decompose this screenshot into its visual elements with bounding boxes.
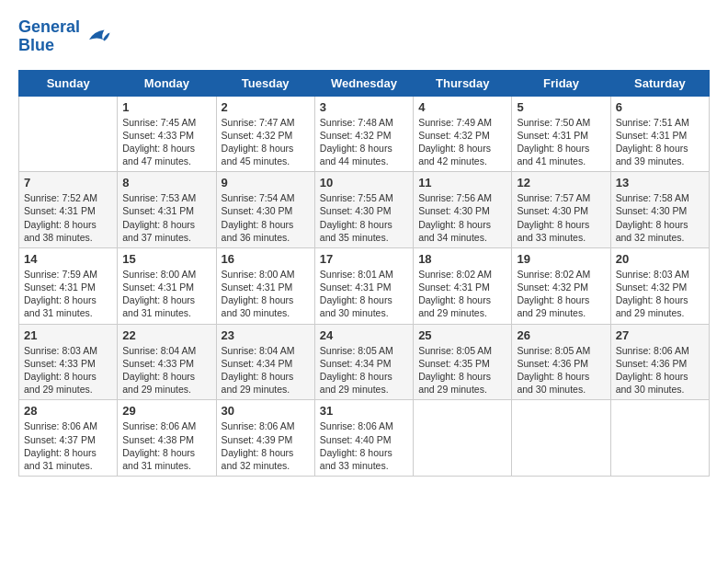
calendar-cell: 18Sunrise: 8:02 AM Sunset: 4:31 PM Dayli… — [414, 247, 512, 324]
day-info: Sunrise: 8:06 AM Sunset: 4:40 PM Dayligh… — [320, 419, 408, 472]
calendar-header: SundayMondayTuesdayWednesdayThursdayFrid… — [19, 70, 710, 96]
day-number: 7 — [24, 176, 112, 190]
calendar-cell: 12Sunrise: 7:57 AM Sunset: 4:30 PM Dayli… — [512, 172, 610, 248]
calendar-week-4: 21Sunrise: 8:03 AM Sunset: 4:33 PM Dayli… — [19, 324, 710, 400]
day-info: Sunrise: 8:05 AM Sunset: 4:35 PM Dayligh… — [418, 344, 506, 396]
day-info: Sunrise: 8:03 AM Sunset: 4:33 PM Dayligh… — [24, 344, 112, 396]
calendar-cell: 20Sunrise: 8:03 AM Sunset: 4:32 PM Dayli… — [610, 247, 709, 324]
calendar-cell: 25Sunrise: 8:05 AM Sunset: 4:35 PM Dayli… — [414, 324, 512, 400]
calendar-cell — [512, 400, 610, 477]
logo-blue: Blue — [18, 37, 80, 55]
weekday-row: SundayMondayTuesdayWednesdayThursdayFrid… — [19, 70, 710, 96]
logo-text: General Blue — [18, 18, 80, 55]
weekday-header-wednesday: Wednesday — [314, 70, 413, 96]
calendar-cell: 21Sunrise: 8:03 AM Sunset: 4:33 PM Dayli… — [19, 324, 118, 400]
day-info: Sunrise: 8:00 AM Sunset: 4:31 PM Dayligh… — [222, 268, 310, 320]
calendar-cell: 6Sunrise: 7:51 AM Sunset: 4:31 PM Daylig… — [610, 96, 709, 172]
day-info: Sunrise: 8:01 AM Sunset: 4:31 PM Dayligh… — [320, 268, 408, 320]
day-info: Sunrise: 8:00 AM Sunset: 4:31 PM Dayligh… — [122, 268, 210, 320]
day-info: Sunrise: 8:05 AM Sunset: 4:36 PM Dayligh… — [517, 344, 605, 396]
day-number: 5 — [517, 100, 605, 114]
day-info: Sunrise: 7:55 AM Sunset: 4:30 PM Dayligh… — [320, 191, 408, 244]
calendar-body: 1Sunrise: 7:45 AM Sunset: 4:33 PM Daylig… — [19, 96, 710, 476]
logo-general: General — [18, 17, 80, 36]
day-info: Sunrise: 7:56 AM Sunset: 4:30 PM Dayligh… — [418, 191, 506, 244]
calendar-cell: 11Sunrise: 7:56 AM Sunset: 4:30 PM Dayli… — [414, 172, 512, 248]
day-number: 16 — [222, 252, 310, 266]
day-number: 19 — [517, 252, 605, 266]
calendar-cell: 29Sunrise: 8:06 AM Sunset: 4:38 PM Dayli… — [118, 400, 216, 477]
day-number: 20 — [616, 252, 704, 266]
weekday-header-friday: Friday — [512, 70, 610, 96]
day-number: 24 — [320, 328, 408, 342]
calendar-cell: 14Sunrise: 7:59 AM Sunset: 4:31 PM Dayli… — [19, 247, 118, 324]
calendar-cell — [414, 400, 512, 477]
day-number: 29 — [122, 404, 210, 418]
day-info: Sunrise: 7:48 AM Sunset: 4:32 PM Dayligh… — [320, 116, 408, 168]
day-info: Sunrise: 8:05 AM Sunset: 4:34 PM Dayligh… — [320, 344, 408, 396]
day-info: Sunrise: 8:06 AM Sunset: 4:38 PM Dayligh… — [122, 419, 210, 472]
calendar-cell: 19Sunrise: 8:02 AM Sunset: 4:32 PM Dayli… — [512, 247, 610, 324]
day-info: Sunrise: 7:57 AM Sunset: 4:30 PM Dayligh… — [517, 191, 605, 244]
day-number: 18 — [418, 252, 506, 266]
day-number: 4 — [418, 100, 506, 114]
day-number: 13 — [616, 176, 704, 190]
calendar-cell: 17Sunrise: 8:01 AM Sunset: 4:31 PM Dayli… — [314, 247, 413, 324]
calendar-cell: 9Sunrise: 7:54 AM Sunset: 4:30 PM Daylig… — [216, 172, 314, 248]
weekday-header-saturday: Saturday — [610, 70, 709, 96]
calendar-cell: 31Sunrise: 8:06 AM Sunset: 4:40 PM Dayli… — [314, 400, 413, 477]
calendar-cell: 1Sunrise: 7:45 AM Sunset: 4:33 PM Daylig… — [118, 96, 216, 172]
day-number: 28 — [24, 404, 112, 418]
logo: General Blue — [18, 18, 111, 55]
calendar-week-3: 14Sunrise: 7:59 AM Sunset: 4:31 PM Dayli… — [19, 247, 710, 324]
day-info: Sunrise: 8:04 AM Sunset: 4:34 PM Dayligh… — [222, 344, 310, 396]
day-number: 22 — [122, 328, 210, 342]
weekday-header-thursday: Thursday — [414, 70, 512, 96]
calendar-cell — [610, 400, 709, 477]
day-info: Sunrise: 8:03 AM Sunset: 4:32 PM Dayligh… — [616, 268, 704, 320]
day-info: Sunrise: 8:06 AM Sunset: 4:36 PM Dayligh… — [616, 344, 704, 396]
day-info: Sunrise: 7:47 AM Sunset: 4:32 PM Dayligh… — [222, 116, 310, 168]
calendar-cell: 27Sunrise: 8:06 AM Sunset: 4:36 PM Dayli… — [610, 324, 709, 400]
calendar-cell: 7Sunrise: 7:52 AM Sunset: 4:31 PM Daylig… — [19, 172, 118, 248]
logo-bird-icon — [84, 26, 111, 48]
day-number: 2 — [222, 100, 310, 114]
calendar-cell: 30Sunrise: 8:06 AM Sunset: 4:39 PM Dayli… — [216, 400, 314, 477]
day-info: Sunrise: 7:45 AM Sunset: 4:33 PM Dayligh… — [122, 116, 210, 168]
day-info: Sunrise: 7:54 AM Sunset: 4:30 PM Dayligh… — [222, 191, 310, 244]
day-info: Sunrise: 8:06 AM Sunset: 4:39 PM Dayligh… — [222, 419, 310, 472]
calendar-table: SundayMondayTuesdayWednesdayThursdayFrid… — [18, 70, 710, 477]
day-number: 9 — [222, 176, 310, 190]
calendar-week-5: 28Sunrise: 8:06 AM Sunset: 4:37 PM Dayli… — [19, 400, 710, 477]
day-number: 25 — [418, 328, 506, 342]
calendar-cell: 26Sunrise: 8:05 AM Sunset: 4:36 PM Dayli… — [512, 324, 610, 400]
day-number: 23 — [222, 328, 310, 342]
page-header: General Blue — [18, 18, 710, 55]
day-number: 14 — [24, 252, 112, 266]
day-number: 11 — [418, 176, 506, 190]
calendar-cell: 24Sunrise: 8:05 AM Sunset: 4:34 PM Dayli… — [314, 324, 413, 400]
calendar-cell: 13Sunrise: 7:58 AM Sunset: 4:30 PM Dayli… — [610, 172, 709, 248]
day-info: Sunrise: 8:06 AM Sunset: 4:37 PM Dayligh… — [24, 419, 112, 472]
day-info: Sunrise: 8:04 AM Sunset: 4:33 PM Dayligh… — [122, 344, 210, 396]
day-info: Sunrise: 7:52 AM Sunset: 4:31 PM Dayligh… — [24, 191, 112, 244]
calendar-week-2: 7Sunrise: 7:52 AM Sunset: 4:31 PM Daylig… — [19, 172, 710, 248]
day-number: 12 — [517, 176, 605, 190]
day-number: 26 — [517, 328, 605, 342]
day-number: 17 — [320, 252, 408, 266]
calendar-cell: 3Sunrise: 7:48 AM Sunset: 4:32 PM Daylig… — [314, 96, 413, 172]
calendar-cell: 15Sunrise: 8:00 AM Sunset: 4:31 PM Dayli… — [118, 247, 216, 324]
day-info: Sunrise: 7:58 AM Sunset: 4:30 PM Dayligh… — [616, 191, 704, 244]
day-info: Sunrise: 7:49 AM Sunset: 4:32 PM Dayligh… — [418, 116, 506, 168]
day-number: 3 — [320, 100, 408, 114]
calendar-cell: 28Sunrise: 8:06 AM Sunset: 4:37 PM Dayli… — [19, 400, 118, 477]
weekday-header-tuesday: Tuesday — [216, 70, 314, 96]
weekday-header-sunday: Sunday — [19, 70, 118, 96]
day-number: 6 — [616, 100, 704, 114]
day-info: Sunrise: 7:59 AM Sunset: 4:31 PM Dayligh… — [24, 268, 112, 320]
calendar-cell: 4Sunrise: 7:49 AM Sunset: 4:32 PM Daylig… — [414, 96, 512, 172]
calendar-cell: 22Sunrise: 8:04 AM Sunset: 4:33 PM Dayli… — [118, 324, 216, 400]
day-number: 1 — [122, 100, 210, 114]
calendar-cell — [19, 96, 118, 172]
calendar-cell: 8Sunrise: 7:53 AM Sunset: 4:31 PM Daylig… — [118, 172, 216, 248]
